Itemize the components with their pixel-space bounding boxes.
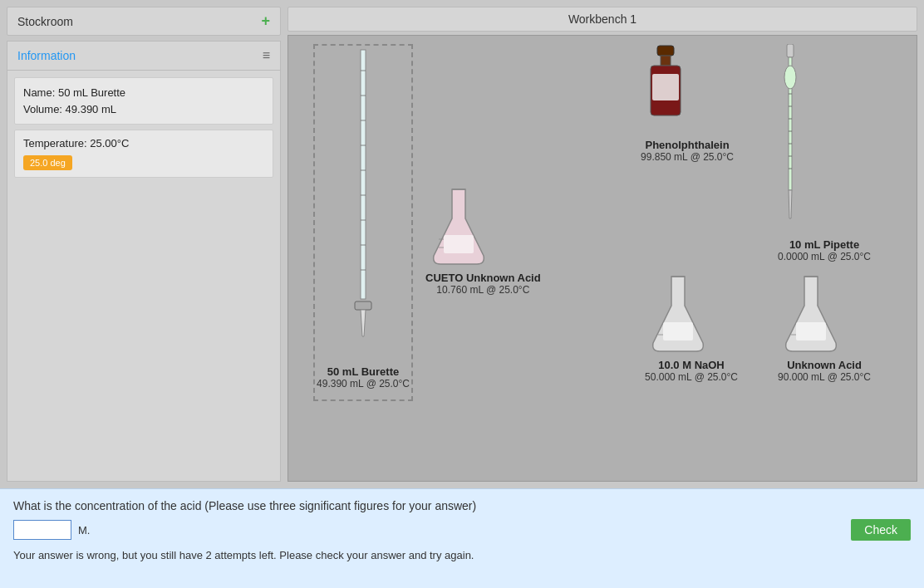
unit-label: M. — [78, 524, 90, 537]
pipette-name: 10 mL Pipette — [778, 238, 871, 251]
cueto-sub: 10.760 mL @ 25.0°C — [425, 284, 541, 296]
naoh-name: 10.0 M NaOH — [645, 359, 738, 371]
burette-container[interactable]: 50 mL Burette 49.390 mL @ 25.0°C — [313, 44, 413, 401]
svg-rect-19 — [652, 74, 679, 100]
left-panel: Stockroom + Information ≡ Name: 50 mL Bu… — [7, 7, 281, 482]
unknown-name: Unknown Acid — [778, 359, 871, 371]
svg-rect-20 — [787, 44, 794, 57]
phenol-sub: 99.850 mL @ 25.0°C — [641, 151, 734, 163]
stockroom-header: Stockroom + — [7, 7, 281, 36]
unknown-flask-svg — [778, 272, 844, 355]
stockroom-title: Stockroom — [17, 15, 73, 28]
temp-badge: 25.0 deg — [23, 155, 72, 170]
cueto-name: CUETO Unknown Acid — [425, 272, 541, 284]
workbench-header: Workbench 1 — [288, 7, 917, 32]
svg-point-22 — [784, 66, 796, 89]
bottom-panel: What is the concentration of the acid (P… — [0, 488, 924, 588]
top-area: Stockroom + Information ≡ Name: 50 mL Bu… — [0, 0, 924, 488]
pipette-sub: 0.0000 mL @ 25.0°C — [778, 251, 871, 262]
name-label: Name: 50 mL Burette — [23, 85, 264, 101]
phenol-name: Phenolphthalein — [641, 139, 734, 151]
menu-icon[interactable]: ≡ — [263, 48, 270, 63]
cueto-flask-svg — [425, 185, 492, 268]
svg-rect-13 — [444, 235, 474, 253]
answer-row: M. Check — [13, 519, 911, 541]
main-container: Stockroom + Information ≡ Name: 50 mL Bu… — [0, 0, 924, 588]
answer-input[interactable] — [13, 520, 71, 540]
svg-rect-32 — [663, 322, 693, 341]
unknown-sub: 90.000 mL @ 25.0°C — [778, 371, 871, 383]
add-stockroom-icon[interactable]: + — [261, 12, 270, 30]
naoh-sub: 50.000 mL @ 25.0°C — [645, 371, 738, 383]
naoh-container[interactable]: 10.0 M NaOH 50.000 mL @ 25.0°C — [645, 272, 738, 383]
workbench-panel: Workbench 1 — [288, 7, 917, 482]
question-text: What is the concentration of the acid (P… — [13, 499, 911, 512]
pipette-svg — [778, 44, 803, 235]
check-button[interactable]: Check — [851, 519, 911, 541]
info-panel-title: Information — [17, 49, 76, 62]
phenol-container[interactable]: Phenolphthalein 99.850 mL @ 25.0°C — [641, 44, 734, 163]
temp-label: Temperature: 25.00°C — [23, 137, 264, 149]
burette-label: 50 mL Burette 49.390 mL @ 25.0°C — [317, 365, 410, 390]
unknown-acid-container[interactable]: Unknown Acid 90.000 mL @ 25.0°C — [778, 272, 871, 383]
cueto-container[interactable]: CUETO Unknown Acid 10.760 mL @ 25.0°C — [425, 185, 541, 296]
info-content: Name: 50 mL Burette Volume: 49.390 mL Te… — [7, 71, 280, 184]
burette-svg — [338, 46, 388, 370]
name-volume-box: Name: 50 mL Burette Volume: 49.390 mL — [14, 77, 273, 125]
svg-marker-11 — [361, 310, 366, 336]
svg-rect-17 — [661, 56, 671, 66]
error-text: Your answer is wrong, but you still have… — [13, 549, 911, 561]
svg-rect-35 — [796, 322, 826, 341]
burette-name: 50 mL Burette — [317, 365, 410, 378]
info-header: Information ≡ — [7, 42, 280, 71]
pipette-container[interactable]: 10 mL Pipette 0.0000 mL @ 25.0°C — [778, 44, 871, 262]
answer-left: M. — [13, 520, 90, 540]
burette-sub: 49.390 mL @ 25.0°C — [317, 378, 410, 390]
naoh-flask-svg — [645, 272, 711, 355]
svg-marker-30 — [789, 190, 792, 218]
workbench-area: 50 mL Burette 49.390 mL @ 25.0°C — [288, 35, 917, 482]
svg-rect-0 — [361, 50, 366, 299]
info-panel: Information ≡ Name: 50 mL Burette Volume… — [7, 41, 281, 482]
volume-label: Volume: 49.390 mL — [23, 101, 264, 118]
temperature-box: Temperature: 25.00°C 25.0 deg — [14, 130, 273, 178]
svg-rect-16 — [657, 46, 674, 56]
phenol-bottle-svg — [641, 44, 691, 135]
workbench-title: Workbench 1 — [568, 12, 636, 26]
svg-rect-10 — [355, 301, 371, 310]
